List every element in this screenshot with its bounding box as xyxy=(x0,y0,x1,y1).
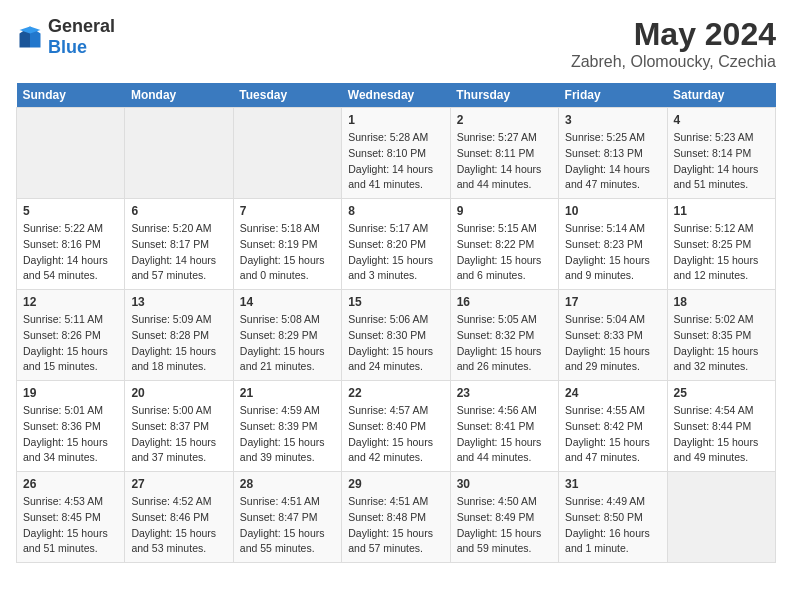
calendar-day-cell: 28Sunrise: 4:51 AMSunset: 8:47 PMDayligh… xyxy=(233,472,341,563)
day-info: Sunrise: 4:52 AMSunset: 8:46 PMDaylight:… xyxy=(131,494,226,557)
calendar-day-cell: 23Sunrise: 4:56 AMSunset: 8:41 PMDayligh… xyxy=(450,381,558,472)
calendar-day-cell: 19Sunrise: 5:01 AMSunset: 8:36 PMDayligh… xyxy=(17,381,125,472)
day-info: Sunrise: 4:49 AMSunset: 8:50 PMDaylight:… xyxy=(565,494,660,557)
day-number: 11 xyxy=(674,204,769,218)
day-info: Sunrise: 5:05 AMSunset: 8:32 PMDaylight:… xyxy=(457,312,552,375)
calendar-day-cell: 2Sunrise: 5:27 AMSunset: 8:11 PMDaylight… xyxy=(450,108,558,199)
day-number: 14 xyxy=(240,295,335,309)
day-number: 12 xyxy=(23,295,118,309)
day-info: Sunrise: 4:56 AMSunset: 8:41 PMDaylight:… xyxy=(457,403,552,466)
day-of-week-header: Sunday xyxy=(17,83,125,108)
day-number: 21 xyxy=(240,386,335,400)
calendar-day-cell xyxy=(233,108,341,199)
day-number: 3 xyxy=(565,113,660,127)
day-info: Sunrise: 5:14 AMSunset: 8:23 PMDaylight:… xyxy=(565,221,660,284)
calendar-day-cell: 8Sunrise: 5:17 AMSunset: 8:20 PMDaylight… xyxy=(342,199,450,290)
logo-blue: Blue xyxy=(48,37,87,57)
day-info: Sunrise: 5:01 AMSunset: 8:36 PMDaylight:… xyxy=(23,403,118,466)
day-info: Sunrise: 4:59 AMSunset: 8:39 PMDaylight:… xyxy=(240,403,335,466)
calendar-day-cell: 7Sunrise: 5:18 AMSunset: 8:19 PMDaylight… xyxy=(233,199,341,290)
calendar-day-cell: 30Sunrise: 4:50 AMSunset: 8:49 PMDayligh… xyxy=(450,472,558,563)
day-number: 22 xyxy=(348,386,443,400)
day-of-week-header: Tuesday xyxy=(233,83,341,108)
calendar-day-cell: 21Sunrise: 4:59 AMSunset: 8:39 PMDayligh… xyxy=(233,381,341,472)
calendar-week-row: 26Sunrise: 4:53 AMSunset: 8:45 PMDayligh… xyxy=(17,472,776,563)
day-info: Sunrise: 4:51 AMSunset: 8:47 PMDaylight:… xyxy=(240,494,335,557)
calendar-day-cell: 27Sunrise: 4:52 AMSunset: 8:46 PMDayligh… xyxy=(125,472,233,563)
calendar-day-cell: 17Sunrise: 5:04 AMSunset: 8:33 PMDayligh… xyxy=(559,290,667,381)
calendar-day-cell: 1Sunrise: 5:28 AMSunset: 8:10 PMDaylight… xyxy=(342,108,450,199)
day-number: 10 xyxy=(565,204,660,218)
day-info: Sunrise: 5:04 AMSunset: 8:33 PMDaylight:… xyxy=(565,312,660,375)
day-number: 30 xyxy=(457,477,552,491)
day-number: 19 xyxy=(23,386,118,400)
day-of-week-header: Monday xyxy=(125,83,233,108)
day-of-week-header: Wednesday xyxy=(342,83,450,108)
day-number: 20 xyxy=(131,386,226,400)
calendar-day-cell: 24Sunrise: 4:55 AMSunset: 8:42 PMDayligh… xyxy=(559,381,667,472)
day-number: 28 xyxy=(240,477,335,491)
calendar-week-row: 19Sunrise: 5:01 AMSunset: 8:36 PMDayligh… xyxy=(17,381,776,472)
day-info: Sunrise: 5:12 AMSunset: 8:25 PMDaylight:… xyxy=(674,221,769,284)
calendar-day-cell: 22Sunrise: 4:57 AMSunset: 8:40 PMDayligh… xyxy=(342,381,450,472)
calendar-day-cell: 13Sunrise: 5:09 AMSunset: 8:28 PMDayligh… xyxy=(125,290,233,381)
day-info: Sunrise: 5:02 AMSunset: 8:35 PMDaylight:… xyxy=(674,312,769,375)
day-number: 18 xyxy=(674,295,769,309)
day-number: 5 xyxy=(23,204,118,218)
day-info: Sunrise: 4:50 AMSunset: 8:49 PMDaylight:… xyxy=(457,494,552,557)
logo-text: General Blue xyxy=(48,16,115,58)
day-number: 9 xyxy=(457,204,552,218)
logo-icon xyxy=(16,23,44,51)
day-number: 25 xyxy=(674,386,769,400)
calendar-week-row: 12Sunrise: 5:11 AMSunset: 8:26 PMDayligh… xyxy=(17,290,776,381)
day-info: Sunrise: 5:11 AMSunset: 8:26 PMDaylight:… xyxy=(23,312,118,375)
day-number: 4 xyxy=(674,113,769,127)
calendar-day-cell: 15Sunrise: 5:06 AMSunset: 8:30 PMDayligh… xyxy=(342,290,450,381)
day-info: Sunrise: 4:51 AMSunset: 8:48 PMDaylight:… xyxy=(348,494,443,557)
logo-general: General xyxy=(48,16,115,36)
calendar-day-cell: 3Sunrise: 5:25 AMSunset: 8:13 PMDaylight… xyxy=(559,108,667,199)
day-number: 31 xyxy=(565,477,660,491)
calendar-header: SundayMondayTuesdayWednesdayThursdayFrid… xyxy=(17,83,776,108)
calendar-day-cell xyxy=(667,472,775,563)
calendar-day-cell: 9Sunrise: 5:15 AMSunset: 8:22 PMDaylight… xyxy=(450,199,558,290)
calendar-day-cell: 12Sunrise: 5:11 AMSunset: 8:26 PMDayligh… xyxy=(17,290,125,381)
day-info: Sunrise: 4:55 AMSunset: 8:42 PMDaylight:… xyxy=(565,403,660,466)
day-number: 16 xyxy=(457,295,552,309)
calendar-table: SundayMondayTuesdayWednesdayThursdayFrid… xyxy=(16,83,776,563)
day-info: Sunrise: 5:23 AMSunset: 8:14 PMDaylight:… xyxy=(674,130,769,193)
day-number: 24 xyxy=(565,386,660,400)
day-info: Sunrise: 5:25 AMSunset: 8:13 PMDaylight:… xyxy=(565,130,660,193)
day-number: 15 xyxy=(348,295,443,309)
day-info: Sunrise: 5:22 AMSunset: 8:16 PMDaylight:… xyxy=(23,221,118,284)
calendar-day-cell: 5Sunrise: 5:22 AMSunset: 8:16 PMDaylight… xyxy=(17,199,125,290)
day-info: Sunrise: 5:15 AMSunset: 8:22 PMDaylight:… xyxy=(457,221,552,284)
logo: General Blue xyxy=(16,16,115,58)
day-info: Sunrise: 4:53 AMSunset: 8:45 PMDaylight:… xyxy=(23,494,118,557)
day-of-week-header: Friday xyxy=(559,83,667,108)
calendar-body: 1Sunrise: 5:28 AMSunset: 8:10 PMDaylight… xyxy=(17,108,776,563)
calendar-day-cell: 16Sunrise: 5:05 AMSunset: 8:32 PMDayligh… xyxy=(450,290,558,381)
calendar-day-cell: 29Sunrise: 4:51 AMSunset: 8:48 PMDayligh… xyxy=(342,472,450,563)
day-info: Sunrise: 5:28 AMSunset: 8:10 PMDaylight:… xyxy=(348,130,443,193)
day-info: Sunrise: 5:17 AMSunset: 8:20 PMDaylight:… xyxy=(348,221,443,284)
calendar-day-cell: 31Sunrise: 4:49 AMSunset: 8:50 PMDayligh… xyxy=(559,472,667,563)
day-info: Sunrise: 5:08 AMSunset: 8:29 PMDaylight:… xyxy=(240,312,335,375)
day-number: 17 xyxy=(565,295,660,309)
day-info: Sunrise: 4:57 AMSunset: 8:40 PMDaylight:… xyxy=(348,403,443,466)
day-of-week-header: Saturday xyxy=(667,83,775,108)
day-info: Sunrise: 5:06 AMSunset: 8:30 PMDaylight:… xyxy=(348,312,443,375)
calendar-day-cell: 10Sunrise: 5:14 AMSunset: 8:23 PMDayligh… xyxy=(559,199,667,290)
day-of-week-row: SundayMondayTuesdayWednesdayThursdayFrid… xyxy=(17,83,776,108)
day-number: 23 xyxy=(457,386,552,400)
calendar-day-cell xyxy=(125,108,233,199)
calendar-day-cell: 25Sunrise: 4:54 AMSunset: 8:44 PMDayligh… xyxy=(667,381,775,472)
day-info: Sunrise: 4:54 AMSunset: 8:44 PMDaylight:… xyxy=(674,403,769,466)
day-number: 13 xyxy=(131,295,226,309)
day-number: 7 xyxy=(240,204,335,218)
day-info: Sunrise: 5:00 AMSunset: 8:37 PMDaylight:… xyxy=(131,403,226,466)
calendar-day-cell: 6Sunrise: 5:20 AMSunset: 8:17 PMDaylight… xyxy=(125,199,233,290)
calendar-week-row: 1Sunrise: 5:28 AMSunset: 8:10 PMDaylight… xyxy=(17,108,776,199)
day-number: 8 xyxy=(348,204,443,218)
day-number: 29 xyxy=(348,477,443,491)
